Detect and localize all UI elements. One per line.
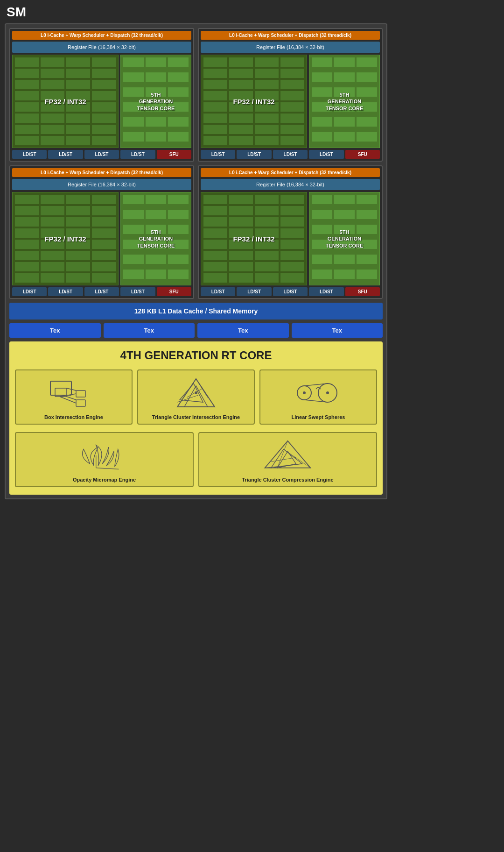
tex-3: Tex bbox=[197, 323, 289, 338]
fp32-wrapper-1: FP32 / INT32 bbox=[12, 55, 119, 148]
fp32-section-2: FP32 / INT32 bbox=[201, 55, 307, 148]
linear-swept-spheres-icon bbox=[264, 374, 372, 412]
ldst-4: LD/ST bbox=[120, 150, 155, 159]
linear-swept-spheres-engine: Linear Swept Spheres bbox=[259, 369, 377, 425]
sm-unit-2: L0 i-Cache + Warp Scheduler + Dispatch (… bbox=[198, 28, 383, 162]
svg-line-12 bbox=[196, 379, 208, 398]
svg-line-7 bbox=[67, 397, 76, 400]
tensor-section-2: 5THGENERATIONTENSOR CORE bbox=[309, 55, 380, 148]
sm-unit-3: L0 i-Cache + Warp Scheduler + Dispatch (… bbox=[9, 165, 194, 299]
ldst-13: LD/ST bbox=[201, 287, 235, 296]
svg-line-24 bbox=[265, 464, 302, 468]
cores-section-1: FP32 / INT32 5THGENERATIONTENSOR CORE bbox=[12, 55, 191, 148]
sm-unit-1: L0 i-Cache + Warp Scheduler + Dispatch (… bbox=[9, 28, 194, 162]
ldst-11: LD/ST bbox=[84, 287, 119, 296]
box-intersection-label: Box Intersection Engine bbox=[44, 414, 103, 420]
triangle-cluster-intersection-label: Triangle Cluster Intersection Engine bbox=[152, 414, 240, 420]
triangle-cluster-compression-label: Triangle Cluster Compression Engine bbox=[242, 477, 333, 483]
ldst-10: LD/ST bbox=[48, 287, 83, 296]
ldst-3: LD/ST bbox=[84, 150, 119, 159]
tensor-section-4: 5THGENERATIONTENSOR CORE bbox=[309, 192, 380, 285]
tex-row: Tex Tex Tex Tex bbox=[9, 323, 383, 338]
register-file-3: Register File (16,384 × 32-bit) bbox=[12, 179, 191, 190]
l1-cache: 128 KB L1 Data Cache / Shared Memory bbox=[9, 303, 383, 320]
sm-container: L0 i-Cache + Warp Scheduler + Dispatch (… bbox=[5, 23, 387, 499]
opacity-micromap-engine: Opacity Micromap Engine bbox=[15, 432, 194, 487]
cores-section-4: FP32 / INT32 5THGENERATIONTENSOR CORE bbox=[201, 192, 380, 285]
ldst-9: LD/ST bbox=[12, 287, 47, 296]
tensor-wrapper-2: 5THGENERATIONTENSOR CORE bbox=[309, 55, 380, 148]
tensor-wrapper-4: 5THGENERATIONTENSOR CORE bbox=[309, 192, 380, 285]
triangle-cluster-icon bbox=[142, 374, 250, 412]
fp32-wrapper-2: FP32 / INT32 bbox=[201, 55, 307, 148]
cores-section-3: FP32 / INT32 5THGENERATIONTENSOR CORE bbox=[12, 192, 191, 285]
linear-swept-spheres-label: Linear Swept Spheres bbox=[292, 414, 345, 420]
ldst-14: LD/ST bbox=[237, 287, 271, 296]
register-file-4: Register File (16,384 × 32-bit) bbox=[201, 179, 380, 190]
tensor-section-3: 5THGENERATIONTENSOR CORE bbox=[120, 192, 191, 285]
tex-1: Tex bbox=[9, 323, 101, 338]
ldst-5: LD/ST bbox=[201, 150, 235, 159]
ldst-7: LD/ST bbox=[273, 150, 308, 159]
fp32-wrapper-4: FP32 / INT32 bbox=[201, 192, 307, 285]
tensor-section-1: 5THGENERATIONTENSOR CORE bbox=[120, 55, 191, 148]
bottom-units-1: LD/ST LD/ST LD/ST LD/ST SFU bbox=[12, 150, 191, 159]
triangle-cluster-compression-engine: Triangle Cluster Compression Engine bbox=[198, 432, 377, 487]
page-title: SM bbox=[5, 5, 387, 20]
triangle-cluster-compression-icon bbox=[203, 437, 372, 474]
sfu-2: SFU bbox=[345, 150, 380, 159]
tensor-wrapper-3: 5THGENERATIONTENSOR CORE bbox=[120, 192, 191, 285]
bottom-units-3: LD/ST LD/ST LD/ST LD/ST SFU bbox=[12, 287, 191, 296]
svg-rect-3 bbox=[76, 400, 85, 406]
svg-point-19 bbox=[303, 391, 306, 394]
cores-section-2: FP32 / INT32 5THGENERATIONTENSOR CORE bbox=[201, 55, 380, 148]
triangle-cluster-intersection-engine: Triangle Cluster Intersection Engine bbox=[137, 369, 255, 425]
sm-grid: L0 i-Cache + Warp Scheduler + Dispatch (… bbox=[9, 28, 383, 299]
ldst-12: LD/ST bbox=[120, 287, 155, 296]
ldst-15: LD/ST bbox=[273, 287, 308, 296]
warp-scheduler-4: L0 i-Cache + Warp Scheduler + Dispatch (… bbox=[201, 168, 380, 177]
warp-scheduler-2: L0 i-Cache + Warp Scheduler + Dispatch (… bbox=[201, 31, 380, 40]
sfu-1: SFU bbox=[157, 150, 191, 159]
ldst-6: LD/ST bbox=[237, 150, 271, 159]
rt-engines-top: Box Intersection Engine Triangle Cluster… bbox=[15, 369, 377, 425]
opacity-micromap-icon bbox=[20, 437, 189, 474]
ldst-2: LD/ST bbox=[48, 150, 83, 159]
fp32-section-3: FP32 / INT32 bbox=[12, 192, 119, 285]
rt-core-title: 4TH GENERATION RT CORE bbox=[15, 349, 377, 362]
bottom-units-2: LD/ST LD/ST LD/ST LD/ST SFU bbox=[201, 150, 380, 159]
register-file-2: Register File (16,384 × 32-bit) bbox=[201, 42, 380, 53]
tex-2: Tex bbox=[104, 323, 195, 338]
sfu-4: SFU bbox=[345, 287, 380, 296]
svg-point-20 bbox=[326, 391, 329, 394]
warp-scheduler-1: L0 i-Cache + Warp Scheduler + Dispatch (… bbox=[12, 31, 191, 40]
fp32-wrapper-3: FP32 / INT32 bbox=[12, 192, 119, 285]
opacity-micromap-label: Opacity Micromap Engine bbox=[73, 477, 136, 483]
tex-4: Tex bbox=[292, 323, 383, 338]
ldst-16: LD/ST bbox=[309, 287, 343, 296]
svg-marker-9 bbox=[184, 386, 208, 407]
tensor-wrapper-1: 5THGENERATIONTENSOR CORE bbox=[120, 55, 191, 148]
ldst-8: LD/ST bbox=[309, 150, 343, 159]
fp32-section-4: FP32 / INT32 bbox=[201, 192, 307, 285]
box-intersection-engine: Box Intersection Engine bbox=[15, 369, 133, 425]
ldst-1: LD/ST bbox=[12, 150, 47, 159]
rt-core-section: 4TH GENERATION RT CORE Box Intersection … bbox=[9, 341, 383, 495]
sm-unit-4: L0 i-Cache + Warp Scheduler + Dispatch (… bbox=[198, 165, 383, 299]
warp-scheduler-3: L0 i-Cache + Warp Scheduler + Dispatch (… bbox=[12, 168, 191, 177]
register-file-1: Register File (16,384 × 32-bit) bbox=[12, 42, 191, 53]
svg-line-26 bbox=[277, 441, 287, 468]
sfu-3: SFU bbox=[157, 287, 191, 296]
svg-rect-2 bbox=[76, 390, 85, 397]
svg-marker-21 bbox=[265, 441, 311, 468]
bottom-units-4: LD/ST LD/ST LD/ST LD/ST SFU bbox=[201, 287, 380, 296]
svg-point-14 bbox=[195, 391, 197, 394]
fp32-section-1: FP32 / INT32 bbox=[12, 55, 119, 148]
svg-line-5 bbox=[60, 397, 76, 403]
rt-engines-bottom: Opacity Micromap Engine Triangle Cluster… bbox=[15, 432, 377, 487]
box-intersection-icon bbox=[20, 374, 128, 412]
